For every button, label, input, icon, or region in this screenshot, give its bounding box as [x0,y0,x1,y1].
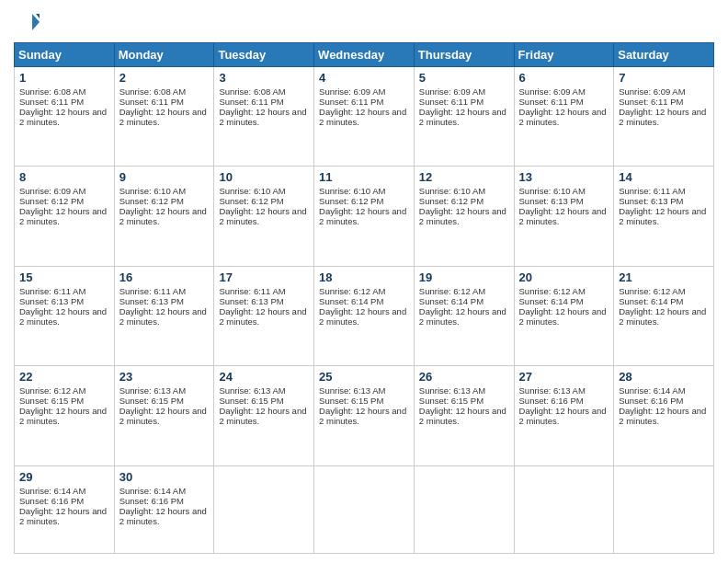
calendar-week-row: 8 Sunrise: 6:09 AM Sunset: 6:12 PM Dayli… [15,167,714,266]
calendar-header-row: SundayMondayTuesdayWednesdayThursdayFrid… [15,43,714,67]
sunset-label: Sunset: 6:14 PM [319,296,383,306]
calendar-cell: 13 Sunrise: 6:10 AM Sunset: 6:13 PM Dayl… [514,167,614,266]
calendar-cell: 12 Sunrise: 6:10 AM Sunset: 6:12 PM Dayl… [414,167,514,266]
day-number: 1 [19,71,109,85]
daylight-label: Daylight: 12 hours and 2 minutes. [319,406,406,426]
daylight-label: Daylight: 12 hours and 2 minutes. [519,406,607,426]
calendar-cell: 21 Sunrise: 6:12 AM Sunset: 6:14 PM Dayl… [614,266,714,365]
daylight-label: Daylight: 12 hours and 2 minutes. [119,306,207,327]
sunrise-label: Sunrise: 6:08 AM [119,86,186,97]
calendar-cell: 2 Sunrise: 6:08 AM Sunset: 6:11 PM Dayli… [114,67,214,167]
calendar-week-row: 29 Sunrise: 6:14 AM Sunset: 6:16 PM Dayl… [15,465,714,553]
sunset-label: Sunset: 6:11 PM [419,97,483,107]
daylight-label: Daylight: 12 hours and 2 minutes. [619,206,706,226]
calendar-cell: 18 Sunrise: 6:12 AM Sunset: 6:14 PM Dayl… [314,266,415,365]
sunrise-label: Sunrise: 6:11 AM [219,286,285,296]
daylight-label: Daylight: 12 hours and 2 minutes. [219,107,306,127]
sunset-label: Sunset: 6:11 PM [219,97,283,107]
day-header-friday: Friday [514,43,614,67]
day-number: 25 [319,370,409,384]
sunrise-label: Sunrise: 6:13 AM [319,385,385,396]
daylight-label: Daylight: 12 hours and 2 minutes. [319,306,406,327]
daylight-label: Daylight: 12 hours and 2 minutes. [119,206,207,226]
sunset-label: Sunset: 6:14 PM [519,296,584,306]
calendar-cell: 9 Sunrise: 6:10 AM Sunset: 6:12 PM Dayli… [114,167,214,266]
day-number: 24 [219,370,309,384]
day-header-sunday: Sunday [15,43,115,67]
calendar-cell: 26 Sunrise: 6:13 AM Sunset: 6:15 PM Dayl… [414,366,514,465]
day-number: 2 [119,71,210,85]
daylight-label: Daylight: 12 hours and 2 minutes. [219,206,306,226]
sunrise-label: Sunrise: 6:14 AM [119,486,186,496]
day-number: 16 [119,270,210,284]
sunrise-label: Sunrise: 6:13 AM [219,385,285,396]
sunset-label: Sunset: 6:16 PM [519,396,584,406]
daylight-label: Daylight: 12 hours and 2 minutes. [619,306,706,327]
calendar-cell: 29 Sunrise: 6:14 AM Sunset: 6:16 PM Dayl… [15,465,115,553]
calendar-cell: 24 Sunrise: 6:13 AM Sunset: 6:15 PM Dayl… [214,366,314,465]
sunrise-label: Sunrise: 6:10 AM [119,186,186,196]
page: SundayMondayTuesdayWednesdayThursdayFrid… [0,0,728,563]
daylight-label: Daylight: 12 hours and 2 minutes. [19,506,107,526]
day-header-monday: Monday [114,43,214,67]
sunset-label: Sunset: 6:16 PM [119,496,184,506]
day-number: 7 [619,71,709,85]
sunrise-label: Sunrise: 6:10 AM [319,186,385,196]
daylight-label: Daylight: 12 hours and 2 minutes. [19,206,107,226]
sunrise-label: Sunrise: 6:10 AM [419,186,485,196]
sunrise-label: Sunrise: 6:13 AM [519,385,586,396]
calendar-cell: 5 Sunrise: 6:09 AM Sunset: 6:11 PM Dayli… [414,67,514,167]
sunset-label: Sunset: 6:15 PM [219,396,283,406]
sunset-label: Sunset: 6:15 PM [319,396,383,406]
sunset-label: Sunset: 6:12 PM [319,196,383,206]
calendar-cell: 8 Sunrise: 6:09 AM Sunset: 6:12 PM Dayli… [15,167,115,266]
sunrise-label: Sunrise: 6:11 AM [19,286,85,296]
calendar-cell: 1 Sunrise: 6:08 AM Sunset: 6:11 PM Dayli… [15,67,115,167]
daylight-label: Daylight: 12 hours and 2 minutes. [419,406,506,426]
daylight-label: Daylight: 12 hours and 2 minutes. [219,306,306,327]
day-number: 18 [319,270,409,284]
calendar-week-row: 15 Sunrise: 6:11 AM Sunset: 6:13 PM Dayl… [15,266,714,365]
sunrise-label: Sunrise: 6:11 AM [619,186,685,196]
sunrise-label: Sunrise: 6:12 AM [619,286,685,296]
sunrise-label: Sunrise: 6:08 AM [19,86,85,97]
daylight-label: Daylight: 12 hours and 2 minutes. [119,406,207,426]
calendar-cell: 6 Sunrise: 6:09 AM Sunset: 6:11 PM Dayli… [514,67,614,167]
day-number: 23 [119,370,210,384]
calendar-cell [614,465,714,553]
sunrise-label: Sunrise: 6:09 AM [619,86,685,97]
calendar-cell: 15 Sunrise: 6:11 AM Sunset: 6:13 PM Dayl… [15,266,115,365]
sunset-label: Sunset: 6:13 PM [519,196,584,206]
calendar-cell: 20 Sunrise: 6:12 AM Sunset: 6:14 PM Dayl… [514,266,614,365]
sunrise-label: Sunrise: 6:12 AM [19,385,85,396]
daylight-label: Daylight: 12 hours and 2 minutes. [419,107,506,127]
sunset-label: Sunset: 6:14 PM [419,296,483,306]
sunset-label: Sunset: 6:14 PM [619,296,683,306]
logo [14,9,43,35]
calendar-cell: 19 Sunrise: 6:12 AM Sunset: 6:14 PM Dayl… [414,266,514,365]
daylight-label: Daylight: 12 hours and 2 minutes. [119,506,207,526]
sunrise-label: Sunrise: 6:11 AM [119,286,186,296]
daylight-label: Daylight: 12 hours and 2 minutes. [519,206,607,226]
daylight-label: Daylight: 12 hours and 2 minutes. [19,306,107,327]
daylight-label: Daylight: 12 hours and 2 minutes. [419,306,506,327]
day-number: 6 [519,71,609,85]
sunrise-label: Sunrise: 6:09 AM [419,86,485,97]
calendar-cell: 25 Sunrise: 6:13 AM Sunset: 6:15 PM Dayl… [314,366,415,465]
day-number: 10 [219,170,309,184]
sunset-label: Sunset: 6:15 PM [419,396,483,406]
sunset-label: Sunset: 6:15 PM [119,396,184,406]
day-header-wednesday: Wednesday [314,43,415,67]
sunset-label: Sunset: 6:13 PM [619,196,683,206]
sunset-label: Sunset: 6:11 PM [619,97,683,107]
calendar-cell: 27 Sunrise: 6:13 AM Sunset: 6:16 PM Dayl… [514,366,614,465]
sunrise-label: Sunrise: 6:14 AM [19,486,85,496]
sunrise-label: Sunrise: 6:13 AM [119,385,186,396]
day-number: 29 [19,470,109,484]
calendar-cell: 3 Sunrise: 6:08 AM Sunset: 6:11 PM Dayli… [214,67,314,167]
day-number: 20 [519,270,609,284]
day-number: 12 [419,170,509,184]
day-number: 30 [119,470,210,484]
daylight-label: Daylight: 12 hours and 2 minutes. [619,107,706,127]
sunset-label: Sunset: 6:16 PM [19,496,84,506]
